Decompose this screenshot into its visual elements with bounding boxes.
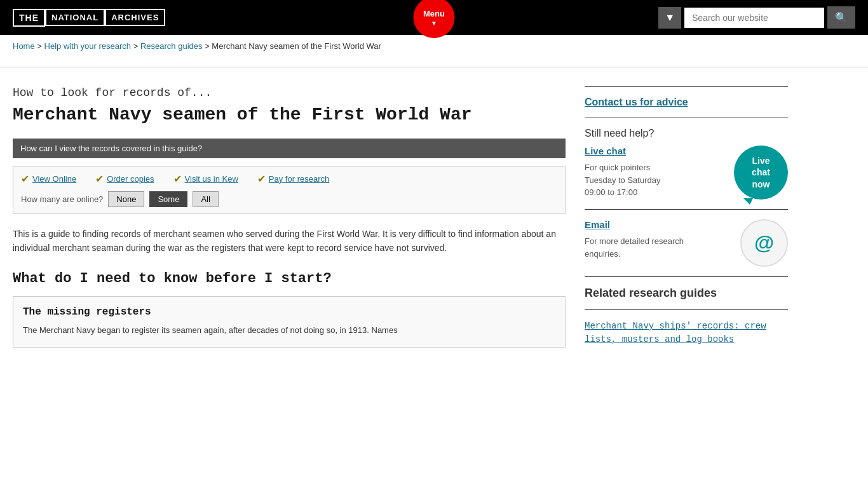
breadcrumb-current: Merchant Navy seamen of the First World … [212,41,381,51]
visit-kew-link[interactable]: Visit us in Kew [185,174,238,184]
checkmark-icon-1: ✔ [21,173,29,185]
records-box: How can I view the records covered in th… [13,139,566,158]
email-at-icon: @ [754,231,774,255]
checkmark-icon-4: ✔ [257,173,266,185]
filter-label: How many are online? [21,194,103,204]
info-box-text: The Merchant Navy began to register its … [23,324,555,337]
search-icon: 🔍 [835,12,848,23]
online-filter: How many are online? None Some All [21,191,557,207]
live-chat-description-1: For quick pointers [585,161,660,174]
search-area: ▼ 🔍 [658,6,855,29]
section-heading: What do I need to know before I start? [13,271,566,287]
visit-kew-item: ✔ Visit us in Kew [173,173,238,185]
site-logo: THE NATIONAL ARCHIVES [13,9,165,27]
info-box: The missing registers The Merchant Navy … [13,296,566,348]
chevron-down-icon: ▼ [431,20,437,27]
search-input[interactable] [684,8,824,28]
view-online-item: ✔ View Online [21,173,76,185]
view-options: ✔ View Online ✔ Order copies ✔ Visit us … [13,166,566,214]
sidebar: Contact us for advice Still need help? L… [585,77,788,348]
checkmark-icon-2: ✔ [95,173,104,185]
page-subtitle: How to look for records of... [13,86,566,99]
dropdown-arrow-icon: ▼ [665,12,675,23]
main-layout: How to look for records of... Merchant N… [0,77,868,348]
breadcrumb-help[interactable]: Help with your research [44,41,132,51]
email-description-2: enquiries. [585,248,684,261]
email-icon-circle: @ [740,219,788,267]
breadcrumb-separator-1: > [37,41,44,51]
pay-research-item: ✔ Pay for research [257,173,329,185]
live-chat-link[interactable]: Live chat [585,146,660,156]
live-chat-bubble[interactable]: Livechatnow [734,146,788,200]
breadcrumb-research-guides[interactable]: Research guides [140,41,203,51]
view-links: ✔ View Online ✔ Order copies ✔ Visit us … [21,173,557,185]
email-info: Email For more detailed research enquiri… [585,219,684,260]
breadcrumb-separator-2: > [133,41,140,51]
breadcrumb: Home > Help with your research > Researc… [0,35,868,57]
page-title: Merchant Navy seamen of the First World … [13,104,566,126]
contact-advice-link[interactable]: Contact us for advice [585,97,688,107]
body-text: This is a guide to finding records of me… [13,227,566,255]
email-section: Email For more detailed research enquiri… [585,219,788,267]
search-dropdown-button[interactable]: ▼ [658,7,681,29]
logo-national: NATIONAL [45,9,105,26]
search-submit-button[interactable]: 🔍 [827,6,855,29]
site-header: THE NATIONAL ARCHIVES Menu ▼ ▼ 🔍 [0,0,868,35]
filter-all-button[interactable]: All [193,191,218,207]
logo-the: THE [13,9,45,27]
menu-button[interactable]: Menu ▼ [414,0,455,38]
main-content: How to look for records of... Merchant N… [13,77,566,348]
live-chat-description-2: Tuesday to Saturday [585,174,660,187]
pay-research-link[interactable]: Pay for research [269,174,329,184]
order-copies-item: ✔ Order copies [95,173,154,185]
still-need-help-label: Still need help? [585,128,788,139]
live-chat-info: Live chat For quick pointers Tuesday to … [585,146,660,199]
info-box-title: The missing registers [23,306,555,318]
breadcrumb-home[interactable]: Home [13,41,35,51]
checkmark-icon-3: ✔ [173,173,182,185]
view-online-link[interactable]: View Online [32,174,76,184]
live-chat-bubble-text: Livechatnow [752,155,770,190]
live-chat-section: Live chat For quick pointers Tuesday to … [585,146,788,200]
related-guides-title: Related research guides [585,287,788,300]
order-copies-link[interactable]: Order copies [107,174,154,184]
live-chat-description-3: 09:00 to 17:00 [585,186,660,199]
email-link[interactable]: Email [585,219,684,230]
records-box-label: How can I view the records covered in th… [20,144,202,153]
email-description-1: For more detailed research [585,235,684,248]
filter-none-button[interactable]: None [108,191,144,207]
related-guide-link-1[interactable]: Merchant Navy ships' records: crew lists… [585,320,788,346]
filter-some-button[interactable]: Some [149,191,187,207]
breadcrumb-separator-3: > [205,41,212,51]
menu-label: Menu [423,9,445,18]
logo-archives: ARCHIVES [105,9,165,26]
